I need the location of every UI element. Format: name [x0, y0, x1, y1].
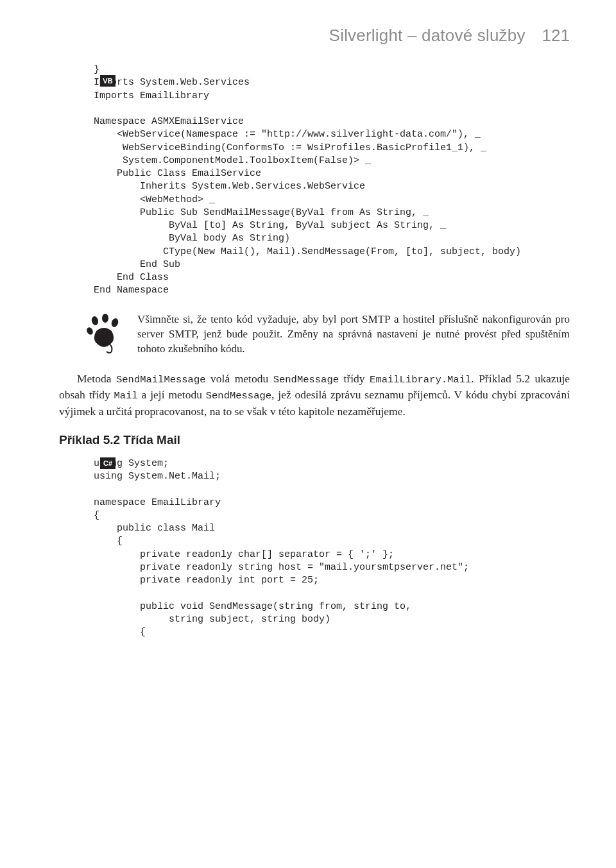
- vb-badge: VB: [100, 75, 116, 87]
- code-inline: EmailLibrary.Mail: [370, 374, 471, 386]
- csharp-badge: C#: [100, 457, 116, 469]
- page-number: 121: [542, 26, 570, 46]
- cs-code-block: C# using System; using System.Net.Mail; …: [59, 457, 570, 640]
- text-run: volá metodu: [206, 372, 273, 385]
- cs-code: using System; using System.Net.Mail; nam…: [59, 457, 570, 640]
- note-callout: Všimněte si, že tento kód vyžaduje, aby …: [81, 312, 570, 357]
- running-header: Silverlight – datové služby 121: [59, 26, 570, 46]
- body-paragraph: Metoda SendMailMessage volá metodu SendM…: [59, 371, 570, 419]
- code-inline: Mail: [114, 390, 138, 402]
- code-inline: SendMailMessage: [116, 374, 206, 386]
- code-inline: SendMessage: [206, 390, 271, 402]
- text-run: a její metodu: [138, 388, 206, 401]
- note-text: Všimněte si, že tento kód vyžaduje, aby …: [137, 312, 570, 357]
- svg-point-0: [90, 315, 99, 325]
- text-run: Metoda: [77, 372, 116, 385]
- svg-point-1: [102, 314, 108, 323]
- pawprint-icon: [81, 312, 126, 357]
- vb-code: } Imports System.Web.Services Imports Em…: [59, 64, 570, 298]
- code-inline: SendMessage: [273, 374, 339, 386]
- vb-code-block: VB } Imports System.Web.Services Imports…: [59, 64, 570, 298]
- text-run: třídy: [339, 372, 370, 385]
- svg-point-3: [85, 326, 94, 336]
- example-heading: Příklad 5.2 Třída Mail: [59, 433, 570, 447]
- chapter-title: Silverlight – datové služby: [329, 26, 526, 46]
- svg-point-2: [110, 317, 119, 327]
